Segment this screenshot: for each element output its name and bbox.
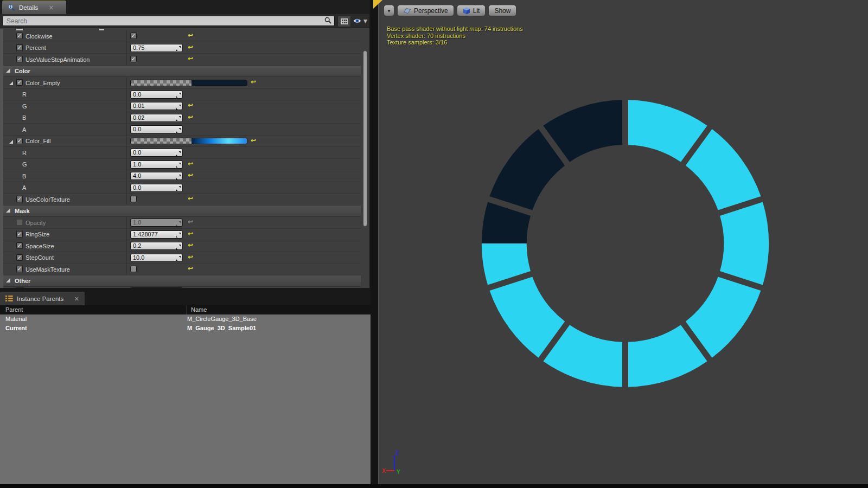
details-scrollbar-thumb[interactable] — [363, 50, 367, 227]
reset-to-default-icon[interactable]: ↩ — [188, 172, 193, 179]
reset-to-default-icon[interactable]: ↩ — [188, 44, 193, 51]
category-header-other[interactable]: Other — [0, 275, 361, 287]
value-drag-icon[interactable] — [176, 232, 181, 239]
value-text: 0.0 — [133, 91, 141, 98]
override-checkbox[interactable] — [16, 219, 23, 226]
value-text: 1.0 — [133, 219, 141, 226]
property-matrix-button[interactable] — [337, 16, 351, 27]
eye-icon — [353, 18, 362, 24]
category-label: Color — [15, 68, 30, 74]
value-drag-icon[interactable] — [176, 127, 181, 134]
value-field[interactable]: 0.0 — [130, 184, 183, 192]
perspective-button[interactable]: Perspective — [397, 5, 454, 16]
instance-parents-panel: Instance Parents × Parent Name MaterialM… — [0, 288, 371, 484]
reset-to-default-icon[interactable]: ↩ — [188, 55, 193, 62]
category-header-mask[interactable]: Mask — [0, 206, 361, 217]
tab-details[interactable]: Details × — [2, 1, 66, 14]
override-checkbox[interactable]: ✓ — [16, 33, 23, 39]
expander-arrow-icon[interactable] — [9, 140, 13, 144]
name-cell: M_Gauge_3D_Sample01 — [187, 325, 256, 331]
lit-cube-icon — [463, 7, 470, 15]
reset-to-default-icon[interactable]: ↩ — [188, 242, 193, 249]
expander-arrow-icon[interactable] — [6, 68, 10, 73]
category-header-color[interactable]: Color — [0, 66, 361, 78]
value-field[interactable]: 0.0 — [130, 125, 183, 133]
override-checkbox[interactable]: ✓ — [16, 138, 23, 144]
property-label: Color_Empty — [25, 80, 60, 86]
value-drag-icon[interactable] — [176, 255, 181, 262]
value-field[interactable]: 1.428077 — [130, 230, 183, 239]
reset-to-default-icon[interactable]: ↩ — [188, 160, 193, 168]
search-input[interactable] — [2, 16, 335, 26]
color-swatch[interactable] — [130, 138, 247, 144]
instance-parent-row[interactable]: CurrentM_Gauge_3D_Sample01 — [0, 324, 371, 333]
property-label: B — [22, 173, 26, 179]
value-drag-icon[interactable] — [176, 151, 181, 158]
reset-to-default-icon[interactable]: ↩ — [188, 254, 193, 261]
value-checkbox[interactable]: ✓ — [130, 56, 137, 62]
viewport-options-dropdown-button[interactable]: ▾ — [384, 5, 394, 16]
gauge-segment-partial-filled — [482, 243, 531, 285]
value-field[interactable]: 10.0 — [130, 254, 183, 262]
override-checkbox[interactable]: ✓ — [16, 56, 23, 62]
value-field[interactable]: 1.0 — [130, 160, 183, 169]
value-field[interactable]: 0.0 — [130, 91, 183, 99]
view-options-button[interactable]: ▼ — [353, 16, 369, 26]
gauge-segment-partial-empty — [482, 202, 531, 243]
value-checkbox[interactable]: ✓ — [130, 33, 137, 39]
override-checkbox[interactable]: ✓ — [16, 79, 23, 86]
lit-mode-button[interactable]: Lit — [457, 5, 486, 16]
tab-instance-parents[interactable]: Instance Parents × — [0, 292, 85, 305]
column-header-parent[interactable]: Parent — [5, 306, 23, 313]
value-drag-icon[interactable] — [176, 185, 181, 192]
value-drag-icon[interactable] — [176, 115, 181, 123]
reset-to-default-icon[interactable]: ↩ — [188, 102, 193, 109]
property-label: G — [22, 103, 27, 110]
close-icon[interactable]: × — [48, 5, 54, 10]
value-checkbox[interactable] — [130, 196, 137, 202]
value-drag-icon[interactable] — [176, 46, 181, 53]
expander-arrow-icon[interactable] — [6, 208, 10, 213]
reset-to-default-icon[interactable]: ↩ — [188, 230, 193, 237]
value-checkbox[interactable] — [130, 266, 137, 272]
value-drag-icon[interactable] — [176, 174, 181, 181]
override-checkbox[interactable]: ✓ — [16, 266, 23, 272]
reset-to-default-icon[interactable]: ↩ — [251, 79, 256, 86]
value-drag-icon[interactable] — [176, 244, 181, 251]
reset-to-default-icon[interactable]: ↩ — [251, 137, 256, 144]
reset-to-default-icon[interactable]: ↩ — [188, 265, 193, 272]
reset-to-default-icon[interactable]: ↩ — [188, 114, 193, 121]
value-field[interactable]: 0.2 — [130, 242, 183, 250]
axis-gizmo: Z X Y — [382, 448, 407, 476]
value-drag-icon[interactable] — [176, 162, 181, 169]
override-checkbox[interactable]: ✓ — [16, 231, 23, 237]
value-drag-icon[interactable] — [176, 104, 181, 111]
expander-arrow-icon[interactable] — [6, 278, 10, 282]
panel-edge-strip — [0, 29, 3, 288]
reset-to-default-icon[interactable]: ↩ — [188, 32, 193, 39]
override-checkbox[interactable]: ✓ — [16, 196, 23, 202]
override-checkbox[interactable]: ✓ — [16, 254, 23, 261]
expander-arrow-icon[interactable] — [9, 81, 13, 85]
reset-to-default-icon[interactable]: ↩ — [188, 195, 193, 202]
column-header-name[interactable]: Name — [191, 306, 207, 313]
value-field[interactable]: 0.02 — [130, 114, 183, 122]
override-checkbox[interactable]: ✓ — [16, 242, 23, 249]
override-checkbox[interactable]: ✓ — [16, 44, 23, 51]
value-field[interactable]: 0.0 — [130, 149, 183, 157]
value-field[interactable]: 0.01 — [130, 102, 183, 110]
value-drag-icon[interactable] — [176, 92, 181, 99]
value-field[interactable]: 4.0 — [130, 172, 183, 180]
gauge-segment-filled — [686, 129, 761, 210]
show-menu-button[interactable]: Show — [488, 5, 516, 16]
value-drag-icon[interactable] — [176, 221, 181, 228]
viewport-content[interactable]: ▾ Perspective Lit Sh — [378, 0, 868, 484]
close-icon[interactable]: × — [74, 296, 79, 301]
value-field[interactable]: 1.0 — [130, 219, 183, 227]
property-label: R — [22, 150, 27, 156]
property-row-opacity: Opacity1.0↩ — [0, 217, 361, 229]
value-field[interactable]: 0.75 — [130, 44, 183, 52]
color-swatch[interactable] — [130, 80, 247, 86]
reset-to-default-icon[interactable]: ↩ — [188, 219, 193, 226]
instance-parent-row[interactable]: MaterialM_CircleGauge_3D_Base — [0, 315, 371, 324]
